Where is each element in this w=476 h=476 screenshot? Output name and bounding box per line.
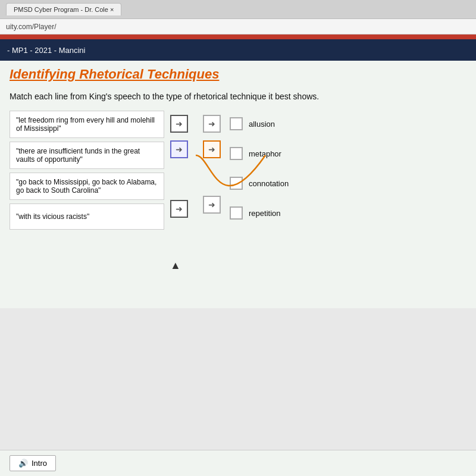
left-arrow-btn-4[interactable]: ➜ [170, 200, 188, 218]
right-checkbox-1[interactable] [230, 117, 243, 130]
left-item-2: "there are insufficient funds in the gre… [10, 142, 164, 169]
address-bar: uity.com/Player/ [0, 19, 476, 35]
empty-area: ▲ [10, 230, 466, 301]
right-item-2: metaphor [230, 140, 325, 167]
left-item-1: "let freedom ring from every hill and mo… [10, 111, 164, 138]
nav-label: - MP1 - 2021 - Mancini [7, 46, 86, 55]
right-label-1: allusion [249, 120, 275, 129]
footer: 🔊 Intro [0, 450, 476, 476]
intro-button[interactable]: 🔊 Intro [10, 455, 56, 471]
page-title-area: Identifying Rhetorical Techniques [0, 61, 476, 84]
left-item-4: "with its vicious racists" [10, 203, 164, 230]
url-text: uity.com/Player/ [6, 23, 56, 31]
browser-tab[interactable]: PMSD Cyber Program - Dr. Cole × [6, 3, 121, 15]
right-arrow-btn-2[interactable]: ➜ [203, 140, 221, 158]
right-item-3: connotation [230, 170, 325, 196]
right-arrow-column: ➜ ➜ ➜ [194, 111, 230, 214]
instruction-text: Match each line from King's speech to th… [10, 92, 466, 101]
left-arrow-btn-1[interactable]: ➜ [170, 115, 188, 133]
right-label-4: repetition [249, 209, 280, 218]
right-item-4: repetition [230, 200, 325, 226]
mouse-cursor: ▲ [170, 259, 181, 272]
right-label-2: metaphor [249, 149, 281, 158]
audio-icon: 🔊 [18, 459, 28, 468]
left-arrow-btn-2[interactable]: ➜ [170, 140, 188, 158]
right-checkbox-3[interactable] [230, 177, 243, 190]
right-checkbox-4[interactable] [230, 206, 243, 220]
left-arrow-column: ➜ ➜ ➜ [164, 111, 194, 218]
left-item-3: "go back to Mississippi, go back to Alab… [10, 173, 164, 200]
red-banner [0, 35, 476, 39]
right-arrow-btn-4[interactable]: ➜ [203, 196, 221, 214]
main-content: Match each line from King's speech to th… [0, 84, 476, 308]
browser-chrome: PMSD Cyber Program - Dr. Cole × [0, 0, 476, 19]
left-column: "let freedom ring from every hill and mo… [10, 111, 164, 230]
intro-label: Intro [32, 459, 47, 468]
right-item-1: allusion [230, 111, 325, 137]
right-checkbox-2[interactable] [230, 147, 243, 160]
right-column: allusion metaphor connotation repetition [230, 111, 325, 226]
right-label-3: connotation [249, 179, 289, 188]
nav-bar: - MP1 - 2021 - Mancini [0, 39, 476, 61]
page-title: Identifying Rhetorical Techniques [10, 67, 466, 82]
right-arrow-btn-1[interactable]: ➜ [203, 115, 221, 133]
